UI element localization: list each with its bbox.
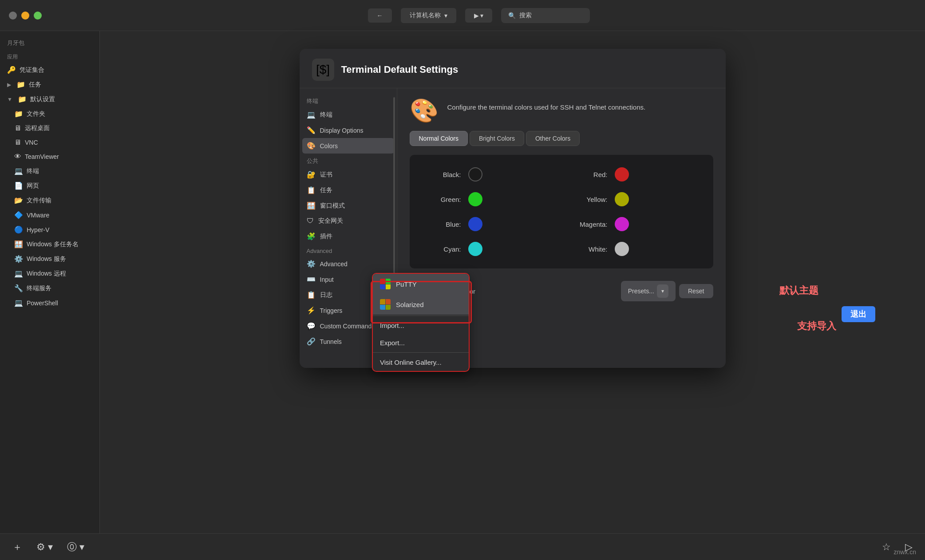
cyan-label: Cyan: <box>424 245 468 253</box>
sidebar-winservices-label: Windows 服务 <box>27 255 66 263</box>
add-button[interactable]: ＋ <box>9 539 26 556</box>
white-label: White: <box>570 245 615 253</box>
minimize-button[interactable] <box>21 12 29 20</box>
nav-item-advanced[interactable]: ⚙️ Advanced <box>300 256 397 272</box>
reset-button[interactable]: Reset <box>679 284 713 298</box>
putty-label: PuTTY <box>396 280 417 288</box>
lang-button[interactable]: ⓪ ▾ <box>63 539 88 556</box>
tab-other-colors[interactable]: Other Colors <box>526 131 580 146</box>
hostname-button[interactable]: 计算机名称 ▾ <box>401 8 456 23</box>
sidebar-item-hyperv[interactable]: 🔵 Hyper-V <box>0 222 99 237</box>
terminal-service-icon: 🔧 <box>14 284 23 292</box>
dropdown-item-putty[interactable]: PuTTY <box>373 274 469 294</box>
nav-colors-label: Colors <box>320 142 338 150</box>
tab-bar: Normal Colors Bright Colors Other Colors <box>410 131 713 146</box>
settings-button[interactable]: ⚙ ▾ <box>33 540 56 555</box>
powershell-icon: 💻 <box>14 299 23 307</box>
sidebar-item-windows-services[interactable]: ⚙️ Windows 服务 <box>0 252 99 266</box>
nav-item-cert[interactable]: 🔐 证书 <box>300 167 397 182</box>
dropdown-item-import[interactable]: Import... <box>373 317 469 334</box>
green-swatch[interactable] <box>468 192 482 206</box>
black-swatch[interactable] <box>468 167 482 181</box>
color-pair-magenta: Magenta: <box>570 217 699 231</box>
nav-item-colors[interactable]: 🎨 Colors <box>302 138 394 154</box>
terminal-settings-dialog: [$] Terminal Default Settings 终端 💻 终端 ✏️… <box>300 49 726 368</box>
maximize-button[interactable] <box>34 12 42 20</box>
color-pair-red: Red: <box>570 167 699 181</box>
sidebar-terminal-label: 终端 <box>27 167 39 175</box>
add-icon: ＋ <box>12 541 22 552</box>
sidebar-item-windows-remote[interactable]: 💻 Windows 远程 <box>0 266 99 281</box>
sidebar-item-web[interactable]: 📄 网页 <box>0 178 99 193</box>
white-swatch[interactable] <box>615 242 629 256</box>
presets-dropdown: PuTTY Solarized Import... Export... Visi… <box>372 273 470 372</box>
dialog-body: 终端 💻 终端 ✏️ Display Options 🎨 Colors 公共 🔐… <box>300 88 726 368</box>
sidebar-item-folder[interactable]: 📁 文件夹 <box>0 106 99 121</box>
nav-item-display-options[interactable]: ✏️ Display Options <box>300 122 397 138</box>
sidebar-item-teamviewer[interactable]: 👁 TeamViewer <box>0 150 99 164</box>
dropdown-item-export[interactable]: Export... <box>373 334 469 351</box>
sidebar-hyperv-label: Hyper-V <box>27 226 49 233</box>
cyan-swatch[interactable] <box>468 242 482 256</box>
magenta-swatch[interactable] <box>615 217 629 231</box>
nav-section-public: 公共 <box>300 154 397 167</box>
sidebar-item-powershell[interactable]: 💻 PowerShell <box>0 296 99 310</box>
callout-exit[interactable]: 退出 <box>842 306 875 322</box>
sidebar-item-defaults[interactable]: ▼ 📁 默认设置 <box>0 92 99 106</box>
nav-tunnels-icon: 🔗 <box>307 337 316 346</box>
close-button[interactable] <box>9 12 17 20</box>
search-bar[interactable]: 🔍 搜索 <box>501 8 590 23</box>
win-services-icon: ⚙️ <box>14 255 23 263</box>
nav-display-icon: ✏️ <box>307 126 316 134</box>
color-row-black-red: Black: Red: <box>424 167 699 181</box>
hostname-label: 计算机名称 <box>410 12 441 20</box>
sidebar-item-vmware[interactable]: 🔷 VMware <box>0 208 99 222</box>
sidebar-item-remote-desktop[interactable]: 🖥 远程桌面 <box>0 121 99 135</box>
reset-label: Reset <box>688 288 704 295</box>
nav-item-terminal[interactable]: 💻 终端 <box>300 107 397 122</box>
blue-swatch[interactable] <box>468 217 482 231</box>
tab-normal-colors[interactable]: Normal Colors <box>410 131 468 146</box>
back-button[interactable]: ← <box>368 8 392 23</box>
black-label: Black: <box>424 171 468 178</box>
sidebar-terminalservice-label: 终端服务 <box>27 284 51 292</box>
win-tasks-icon: 🪟 <box>14 240 23 248</box>
sidebar-item-credentials[interactable]: 🔑 凭证集合 <box>0 63 99 77</box>
play-button[interactable]: ▶ ▾ <box>465 8 493 23</box>
import-label: Import... <box>380 322 404 329</box>
sidebar-section-app: 应用 <box>0 49 99 63</box>
watermark: znwx.cn <box>893 548 916 556</box>
red-swatch[interactable] <box>615 167 629 181</box>
sidebar-tasks-label: 任务 <box>29 81 41 89</box>
presets-arrow-icon[interactable]: ▾ <box>657 284 668 298</box>
nav-item-plugins[interactable]: 🧩 插件 <box>300 229 397 244</box>
color-pair-cyan: Cyan: <box>424 242 553 256</box>
tab-bright-colors[interactable]: Bright Colors <box>470 131 524 146</box>
nav-terminal-icon: 💻 <box>307 110 316 119</box>
export-label: Export... <box>380 339 405 347</box>
presets-button[interactable]: Presets... ▾ <box>621 281 676 301</box>
sidebar-item-filetransfer[interactable]: 📂 文件传输 <box>0 193 99 208</box>
nav-advanced-label: Advanced <box>320 260 348 268</box>
sidebar-item-terminal[interactable]: 💻 终端 <box>0 164 99 178</box>
folder-icon: 📁 <box>14 110 23 118</box>
nav-item-window-mode[interactable]: 🪟 窗口模式 <box>300 198 397 213</box>
sidebar-item-vnc[interactable]: 🖥 VNC <box>0 135 99 150</box>
sidebar-item-windows-tasks[interactable]: 🪟 Windows 多任务名 <box>0 237 99 252</box>
yellow-swatch[interactable] <box>615 192 629 206</box>
vnc-icon: 🖥 <box>14 138 21 146</box>
search-placeholder: 搜索 <box>519 12 532 20</box>
dropdown-item-solarized[interactable]: Solarized <box>373 294 469 315</box>
nav-cert-icon: 🔐 <box>307 170 316 179</box>
yellow-label: Yellow: <box>570 196 615 203</box>
color-row-green-yellow: Green: Yellow: <box>424 192 699 206</box>
nav-item-tasks-pub[interactable]: 📋 任务 <box>300 182 397 198</box>
dropdown-item-gallery[interactable]: Visit Online Gallery... <box>373 354 469 371</box>
sidebar-item-tasks[interactable]: ▶ 📁 任务 <box>0 77 99 92</box>
bottom-bar: ＋ ⚙ ▾ ⓪ ▾ ☆ ▷ <box>0 533 925 560</box>
content-description: Configure the terminal colors used for S… <box>447 99 646 113</box>
sidebar-item-terminal-service[interactable]: 🔧 终端服务 <box>0 281 99 296</box>
credentials-icon: 🔑 <box>7 66 16 74</box>
nav-item-gateway[interactable]: 🛡 安全网关 <box>300 213 397 229</box>
star-button[interactable]: ☆ <box>878 540 894 555</box>
